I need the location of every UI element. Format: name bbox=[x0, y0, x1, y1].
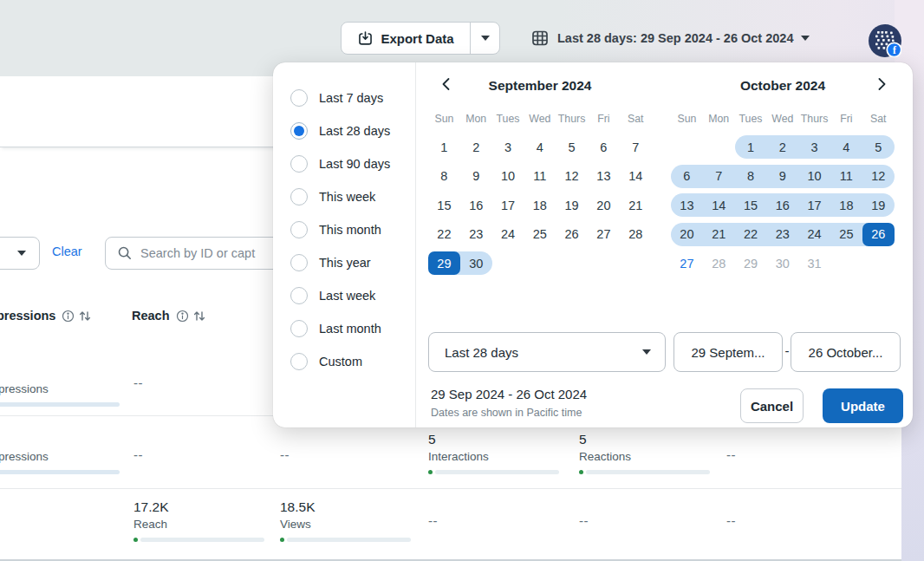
day-sep-26[interactable]: 26 bbox=[556, 223, 588, 246]
day-sep-23[interactable]: 23 bbox=[460, 223, 492, 246]
metric-cell-impressions: Impressions bbox=[0, 362, 122, 407]
day-oct-23[interactable]: 23 bbox=[766, 223, 798, 246]
day-oct-12[interactable]: 12 bbox=[862, 165, 895, 188]
column-header-reach[interactable]: Reach bbox=[132, 309, 206, 323]
day-oct-15[interactable]: 15 bbox=[735, 193, 767, 217]
day-sep-7[interactable]: 7 bbox=[620, 135, 652, 159]
day-sep-14[interactable]: 14 bbox=[620, 165, 652, 188]
radio-icon[interactable] bbox=[290, 287, 308, 304]
day-sep-18[interactable]: 18 bbox=[524, 193, 556, 217]
day-sep-15[interactable]: 15 bbox=[428, 193, 460, 217]
day-sep-20[interactable]: 20 bbox=[588, 193, 620, 217]
day-oct-16[interactable]: 16 bbox=[766, 193, 798, 217]
search-box bbox=[105, 237, 292, 270]
filter-dropdown-button[interactable] bbox=[0, 237, 40, 270]
day-oct-22[interactable]: 22 bbox=[735, 223, 767, 246]
day-oct-24[interactable]: 24 bbox=[798, 223, 830, 246]
metric-progress-bar bbox=[428, 470, 565, 474]
day-of-week-header: SunMonTuesWedThursFriSat bbox=[671, 113, 895, 127]
search-input[interactable] bbox=[105, 237, 292, 270]
export-data-button[interactable]: Export Data bbox=[342, 23, 470, 54]
day-sep-29[interactable]: 29 bbox=[428, 251, 460, 275]
day-sep-21[interactable]: 21 bbox=[620, 193, 652, 217]
radio-icon[interactable] bbox=[290, 254, 308, 271]
day-oct-14[interactable]: 14 bbox=[703, 193, 735, 217]
day-sep-4[interactable]: 4 bbox=[524, 135, 556, 159]
next-month-button[interactable] bbox=[873, 77, 891, 95]
export-options-button[interactable] bbox=[471, 23, 499, 54]
day-oct-11[interactable]: 11 bbox=[830, 165, 862, 188]
radio-icon[interactable] bbox=[290, 89, 308, 107]
preset-option-last-week[interactable]: Last week bbox=[273, 279, 415, 312]
day-oct-17[interactable]: 17 bbox=[798, 193, 830, 217]
date-range-selector[interactable]: Last 28 days: 29 Sep 2024 - 26 Oct 2024 bbox=[530, 21, 810, 55]
day-oct-20[interactable]: 20 bbox=[671, 223, 703, 246]
day-sep-2[interactable]: 2 bbox=[460, 135, 492, 159]
sort-icon[interactable] bbox=[78, 310, 92, 323]
day-oct-7[interactable]: 7 bbox=[703, 165, 735, 188]
day-oct-9[interactable]: 9 bbox=[766, 165, 798, 188]
radio-icon[interactable] bbox=[290, 221, 308, 238]
cancel-button[interactable]: Cancel bbox=[740, 388, 804, 423]
day-oct-13[interactable]: 13 bbox=[671, 193, 703, 217]
preset-label: Last 90 days bbox=[319, 157, 390, 171]
day-oct-10[interactable]: 10 bbox=[798, 165, 830, 188]
day-sep-24[interactable]: 24 bbox=[492, 223, 524, 246]
preset-option-last-month[interactable]: Last month bbox=[273, 312, 415, 345]
day-sep-27[interactable]: 27 bbox=[588, 223, 620, 246]
preset-option-this-month[interactable]: This month bbox=[273, 213, 415, 246]
day-sep-16[interactable]: 16 bbox=[460, 193, 492, 217]
day-oct-8[interactable]: 8 bbox=[735, 165, 767, 188]
day-oct-6[interactable]: 6 bbox=[671, 165, 703, 188]
radio-icon[interactable] bbox=[290, 155, 308, 173]
day-oct-2[interactable]: 2 bbox=[766, 135, 798, 159]
day-oct-19[interactable]: 19 bbox=[862, 193, 895, 217]
day-oct-18[interactable]: 18 bbox=[830, 193, 862, 217]
day-sep-11[interactable]: 11 bbox=[524, 165, 556, 188]
day-oct-21[interactable]: 21 bbox=[703, 223, 735, 246]
previous-month-button[interactable] bbox=[437, 77, 455, 95]
day-oct-26[interactable]: 26 bbox=[862, 223, 895, 246]
metric-cell-empty: -- bbox=[133, 375, 270, 390]
day-oct-5[interactable]: 5 bbox=[862, 135, 895, 159]
column-header-impressions[interactable]: Impressions bbox=[0, 309, 92, 323]
clear-filters-link[interactable]: Clear bbox=[52, 245, 82, 258]
preset-option-this-year[interactable]: This year bbox=[273, 246, 415, 279]
day-oct-1[interactable]: 1 bbox=[735, 135, 767, 159]
start-date-input[interactable] bbox=[673, 332, 783, 372]
end-date-input[interactable] bbox=[791, 332, 901, 372]
day-sep-30[interactable]: 30 bbox=[460, 251, 492, 275]
avatar[interactable]: f bbox=[869, 24, 901, 57]
day-sep-9[interactable]: 9 bbox=[460, 165, 492, 188]
day-sep-17[interactable]: 17 bbox=[492, 193, 524, 217]
preset-option-custom[interactable]: Custom bbox=[273, 345, 415, 378]
day-sep-10[interactable]: 10 bbox=[492, 165, 524, 188]
preset-option-last-7-days[interactable]: Last 7 days bbox=[273, 82, 415, 114]
preset-option-last-28-days[interactable]: Last 28 days bbox=[273, 114, 415, 147]
day-oct-3[interactable]: 3 bbox=[798, 135, 830, 159]
day-sep-5[interactable]: 5 bbox=[556, 135, 588, 159]
day-oct-30: 30 bbox=[766, 251, 798, 275]
radio-icon[interactable] bbox=[290, 320, 308, 337]
day-sep-19[interactable]: 19 bbox=[556, 193, 588, 217]
update-button[interactable]: Update bbox=[823, 388, 903, 423]
preset-option-this-week[interactable]: This week bbox=[273, 180, 415, 213]
day-sep-25[interactable]: 25 bbox=[524, 223, 556, 246]
day-sep-6[interactable]: 6 bbox=[588, 135, 620, 159]
day-sep-8[interactable]: 8 bbox=[428, 165, 460, 188]
radio-selected-icon[interactable] bbox=[290, 122, 308, 140]
day-oct-27[interactable]: 27 bbox=[671, 251, 703, 275]
day-sep-3[interactable]: 3 bbox=[492, 135, 524, 159]
day-oct-4[interactable]: 4 bbox=[830, 135, 862, 159]
day-sep-1[interactable]: 1 bbox=[428, 135, 460, 159]
day-sep-28[interactable]: 28 bbox=[620, 223, 652, 246]
day-sep-12[interactable]: 12 bbox=[556, 165, 588, 188]
radio-icon[interactable] bbox=[290, 188, 308, 205]
range-preset-select[interactable]: Last 28 days bbox=[428, 332, 666, 372]
day-sep-22[interactable]: 22 bbox=[428, 223, 460, 246]
day-sep-13[interactable]: 13 bbox=[588, 165, 620, 188]
day-oct-25[interactable]: 25 bbox=[830, 223, 862, 246]
radio-icon[interactable] bbox=[290, 353, 308, 370]
sort-icon[interactable] bbox=[192, 310, 206, 323]
preset-option-last-90-days[interactable]: Last 90 days bbox=[273, 147, 415, 180]
